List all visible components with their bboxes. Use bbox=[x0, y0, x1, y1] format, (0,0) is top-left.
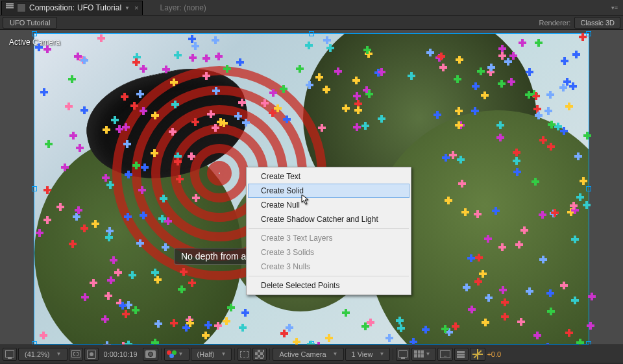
track-point[interactable] bbox=[176, 175, 184, 183]
exposure-value[interactable]: +0.0 bbox=[487, 350, 501, 358]
track-point[interactable] bbox=[482, 319, 489, 326]
track-point[interactable] bbox=[452, 322, 459, 330]
track-point[interactable] bbox=[202, 55, 210, 62]
track-point[interactable] bbox=[215, 53, 223, 60]
track-point[interactable] bbox=[544, 343, 552, 345]
track-point[interactable] bbox=[342, 309, 350, 317]
track-point[interactable] bbox=[238, 99, 246, 106]
track-point[interactable] bbox=[97, 34, 105, 42]
track-point[interactable] bbox=[80, 56, 88, 64]
close-icon[interactable]: × bbox=[134, 4, 138, 12]
track-point[interactable] bbox=[128, 271, 136, 279]
track-point[interactable] bbox=[61, 164, 69, 171]
track-point[interactable] bbox=[136, 239, 144, 247]
track-point[interactable] bbox=[191, 118, 199, 126]
track-point[interactable] bbox=[280, 85, 287, 93]
track-point[interactable] bbox=[580, 177, 587, 185]
track-point[interactable] bbox=[151, 112, 159, 119]
menu-create-solid[interactable]: Create Solid bbox=[248, 184, 409, 198]
track-point[interactable] bbox=[560, 127, 568, 135]
track-point[interactable] bbox=[241, 309, 249, 317]
track-point[interactable] bbox=[318, 124, 326, 132]
track-point[interactable] bbox=[456, 56, 463, 64]
tab-composition[interactable]: Composition: UFO Tutorial ▼ × bbox=[1, 1, 143, 15]
track-point[interactable] bbox=[517, 318, 525, 326]
active-camera-dropdown[interactable]: Active Camera▼ bbox=[273, 348, 343, 361]
track-point[interactable] bbox=[579, 33, 587, 41]
track-point[interactable] bbox=[501, 313, 509, 321]
track-point[interactable] bbox=[202, 72, 210, 80]
track-point[interactable] bbox=[170, 79, 178, 86]
track-point[interactable] bbox=[169, 128, 177, 136]
track-point[interactable] bbox=[509, 52, 517, 60]
track-point[interactable] bbox=[43, 186, 51, 194]
exposure-reset-button[interactable] bbox=[470, 348, 485, 361]
track-point[interactable] bbox=[454, 75, 461, 83]
track-point[interactable] bbox=[458, 180, 466, 188]
track-point[interactable] bbox=[571, 297, 579, 304]
track-point[interactable] bbox=[484, 235, 492, 243]
track-point[interactable] bbox=[104, 292, 112, 300]
track-point[interactable] bbox=[539, 256, 547, 263]
track-point[interactable] bbox=[269, 89, 277, 97]
snapshot-button[interactable] bbox=[143, 348, 158, 361]
track-point[interactable] bbox=[501, 298, 509, 306]
track-point[interactable] bbox=[539, 211, 546, 219]
track-point[interactable] bbox=[202, 332, 210, 339]
track-point[interactable] bbox=[507, 78, 515, 86]
panel-menu-button[interactable]: ▾≡ bbox=[607, 1, 622, 15]
zoom-dropdown[interactable]: (41.2%)▼ bbox=[18, 348, 67, 361]
track-point[interactable] bbox=[461, 208, 469, 216]
track-point[interactable] bbox=[463, 284, 470, 291]
track-point[interactable] bbox=[315, 342, 323, 345]
track-point[interactable] bbox=[539, 136, 547, 144]
track-point[interactable] bbox=[479, 270, 487, 278]
track-point[interactable] bbox=[397, 324, 405, 332]
track-point[interactable] bbox=[498, 45, 506, 53]
track-point[interactable] bbox=[520, 226, 528, 234]
track-point[interactable] bbox=[204, 321, 212, 329]
track-point[interactable] bbox=[122, 123, 130, 131]
track-point[interactable] bbox=[188, 152, 195, 160]
timeline-button[interactable]: ⎯ bbox=[437, 348, 453, 361]
always-preview-button[interactable] bbox=[3, 348, 17, 361]
chevron-down-icon[interactable]: ▼ bbox=[124, 5, 130, 11]
track-point[interactable] bbox=[513, 149, 520, 156]
track-point[interactable] bbox=[207, 110, 215, 118]
track-point[interactable] bbox=[274, 104, 282, 112]
track-point[interactable] bbox=[239, 324, 247, 332]
track-point[interactable] bbox=[92, 220, 99, 228]
track-point[interactable] bbox=[119, 302, 127, 309]
track-point[interactable] bbox=[80, 106, 88, 114]
track-point[interactable] bbox=[365, 90, 373, 98]
track-point[interactable] bbox=[110, 256, 117, 264]
track-point[interactable] bbox=[280, 330, 288, 337]
track-point[interactable] bbox=[132, 58, 140, 66]
track-point[interactable] bbox=[192, 194, 200, 202]
track-point[interactable] bbox=[114, 269, 122, 276]
track-point[interactable] bbox=[547, 143, 555, 151]
track-point[interactable] bbox=[36, 229, 43, 237]
track-point[interactable] bbox=[76, 144, 84, 152]
track-point[interactable] bbox=[408, 72, 415, 80]
track-point[interactable] bbox=[171, 101, 179, 108]
track-point[interactable] bbox=[65, 103, 73, 110]
track-point[interactable] bbox=[188, 279, 196, 287]
track-point[interactable] bbox=[361, 122, 369, 130]
pixel-aspect-button[interactable] bbox=[396, 348, 410, 361]
track-point[interactable] bbox=[551, 209, 559, 217]
track-point[interactable] bbox=[533, 332, 541, 339]
track-point[interactable] bbox=[186, 319, 194, 327]
track-point[interactable] bbox=[531, 178, 539, 186]
track-point[interactable] bbox=[498, 52, 506, 60]
track-point[interactable] bbox=[422, 326, 430, 334]
transform-handle[interactable] bbox=[586, 341, 591, 345]
track-point[interactable] bbox=[69, 132, 77, 140]
safe-zones-button[interactable] bbox=[69, 348, 83, 361]
track-point[interactable] bbox=[111, 116, 119, 124]
track-point[interactable] bbox=[223, 317, 230, 325]
menu-create-shadow-catcher[interactable]: Create Shadow Catcher and Light bbox=[248, 212, 409, 226]
track-point[interactable] bbox=[588, 293, 596, 300]
track-point[interactable] bbox=[154, 276, 162, 284]
track-point[interactable] bbox=[174, 158, 182, 165]
